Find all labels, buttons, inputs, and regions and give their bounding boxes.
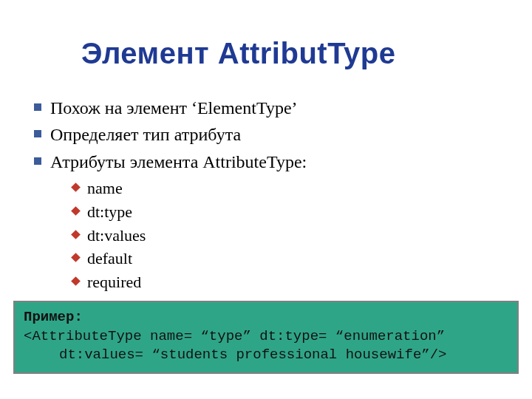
bullet-text: Похож на элемент ‘ElementType’ bbox=[50, 98, 298, 117]
list-item: dt:values bbox=[50, 224, 502, 248]
example-code-line: <AttributeType name= “type” dt:type= “en… bbox=[24, 327, 508, 347]
sub-bullet-text: dt:type bbox=[87, 202, 132, 221]
example-label: Пример: bbox=[24, 308, 508, 327]
list-item: Похож на элемент ‘ElementType’ bbox=[30, 95, 502, 121]
bullet-text: Атрибуты элемента AttributeType: bbox=[50, 152, 307, 171]
bullet-list: Похож на элемент ‘ElementType’ Определяе… bbox=[30, 95, 502, 296]
slide-title: Элемент AttributType bbox=[81, 37, 396, 70]
example-box: Пример: <AttributeType name= “type” dt:t… bbox=[13, 301, 519, 374]
list-item: default bbox=[50, 247, 502, 270]
example-code-line: dt:values= “students professional housew… bbox=[24, 346, 508, 365]
list-item: name bbox=[50, 177, 502, 200]
list-item: Определяет тип атрибута bbox=[30, 121, 502, 148]
bullet-text: Определяет тип атрибута bbox=[50, 125, 241, 144]
list-item: dt:type bbox=[50, 200, 502, 224]
slide-body: Похож на элемент ‘ElementType’ Определяе… bbox=[30, 95, 502, 296]
list-item: required bbox=[50, 270, 502, 294]
sub-bullet-text: required bbox=[87, 273, 141, 291]
sub-bullet-list: name dt:type dt:values default required bbox=[50, 177, 502, 293]
slide: Элемент AttributType Похож на элемент ‘E… bbox=[0, 0, 532, 399]
sub-bullet-text: default bbox=[87, 249, 132, 267]
list-item: Атрибуты элемента AttributeType: name dt… bbox=[30, 149, 502, 296]
sub-bullet-text: name bbox=[87, 179, 123, 197]
sub-bullet-text: dt:values bbox=[87, 226, 146, 245]
